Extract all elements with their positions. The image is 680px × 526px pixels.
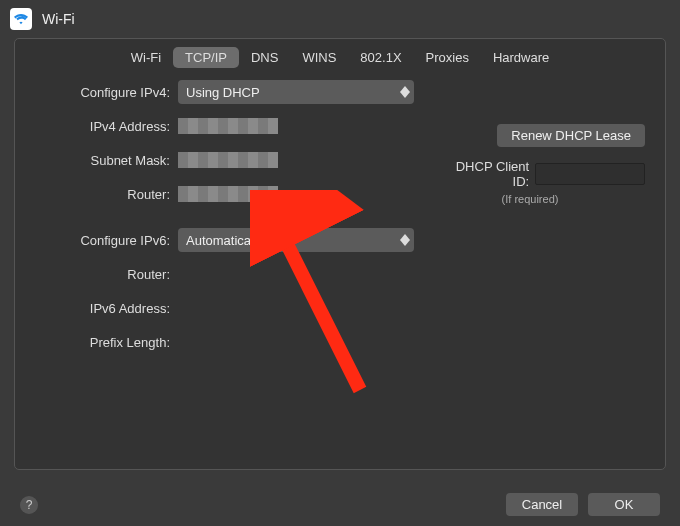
window-title: Wi-Fi xyxy=(42,11,75,27)
label-ipv4-address: IPv4 Address: xyxy=(35,119,178,134)
label-dhcp-client-id: DHCP Client ID: xyxy=(445,159,529,189)
svg-marker-3 xyxy=(400,240,410,246)
configure-ipv4-value: Using DHCP xyxy=(186,85,260,100)
label-subnet-mask: Subnet Mask: xyxy=(35,153,178,168)
svg-marker-1 xyxy=(400,92,410,98)
label-router: Router: xyxy=(35,187,178,202)
form-area: Configure IPv4: Using DHCP IPv4 Address:… xyxy=(15,80,665,354)
label-configure-ipv4: Configure IPv4: xyxy=(35,85,178,100)
cancel-button[interactable]: Cancel xyxy=(506,493,578,516)
tab-tcp-ip[interactable]: TCP/IP xyxy=(173,47,239,68)
ipv4-address-value xyxy=(178,118,278,134)
tab-802-1x[interactable]: 802.1X xyxy=(348,47,413,68)
configure-ipv6-value: Automatically xyxy=(186,233,263,248)
router-value xyxy=(178,186,278,202)
chevron-up-down-icon xyxy=(400,86,410,98)
renew-dhcp-button[interactable]: Renew DHCP Lease xyxy=(497,124,645,147)
content-panel: Wi-FiTCP/IPDNSWINS802.1XProxiesHardware … xyxy=(14,38,666,470)
tab-bar: Wi-FiTCP/IPDNSWINS802.1XProxiesHardware xyxy=(15,39,665,80)
label-prefix-length: Prefix Length: xyxy=(35,335,178,350)
titlebar: Wi-Fi xyxy=(0,0,680,34)
tab-hardware[interactable]: Hardware xyxy=(481,47,561,68)
dhcp-client-id-input[interactable] xyxy=(535,163,645,185)
wifi-icon xyxy=(10,8,32,30)
label-configure-ipv6: Configure IPv6: xyxy=(35,233,178,248)
if-required-hint: (If required) xyxy=(445,193,645,205)
tab-proxies[interactable]: Proxies xyxy=(414,47,481,68)
chevron-up-down-icon xyxy=(400,234,410,246)
subnet-mask-value xyxy=(178,152,278,168)
label-router6: Router: xyxy=(35,267,178,282)
configure-ipv6-select[interactable]: Automatically xyxy=(178,228,414,252)
footer: ? Cancel OK xyxy=(20,493,660,516)
tab-wins[interactable]: WINS xyxy=(290,47,348,68)
wifi-settings-window: Wi-Fi Wi-FiTCP/IPDNSWINS802.1XProxiesHar… xyxy=(0,0,680,526)
configure-ipv4-select[interactable]: Using DHCP xyxy=(178,80,414,104)
tab-wi-fi[interactable]: Wi-Fi xyxy=(119,47,173,68)
right-column: Renew DHCP Lease DHCP Client ID: (If req… xyxy=(445,124,645,205)
ok-button[interactable]: OK xyxy=(588,493,660,516)
tab-dns[interactable]: DNS xyxy=(239,47,290,68)
label-ipv6-address: IPv6 Address: xyxy=(35,301,178,316)
help-button[interactable]: ? xyxy=(20,496,38,514)
